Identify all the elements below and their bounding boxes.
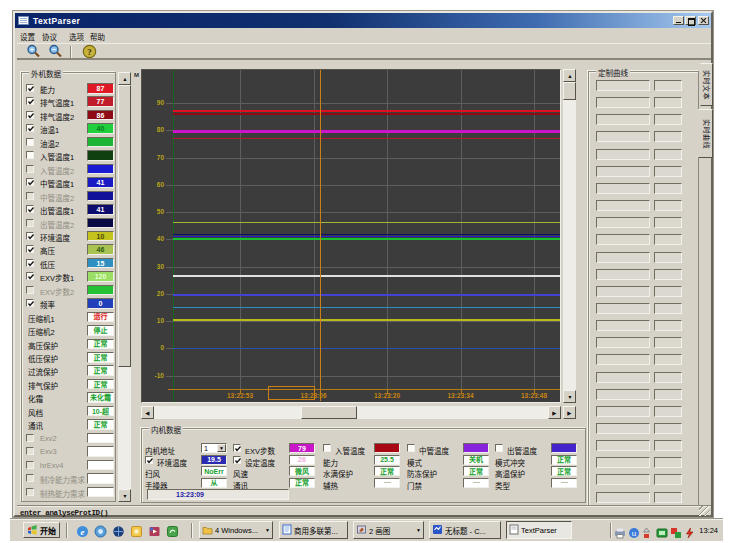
help-button[interactable]: ? [80,45,98,59]
custom-curve-value[interactable] [654,303,682,314]
indoor-checkbox-入管温度[interactable] [323,444,331,452]
scroll-right-button[interactable]: ▶ [548,406,561,419]
scroll-up-button[interactable]: ▲ [563,69,576,82]
zoom-in-button[interactable] [24,45,42,59]
maximize-button[interactable] [685,16,696,25]
start-button[interactable]: 开始 [23,522,60,538]
checkbox-低压[interactable] [26,259,34,267]
checkbox-高压[interactable] [26,245,34,253]
resize-grip[interactable] [699,506,710,516]
custom-curve-value[interactable] [654,457,682,468]
checkbox-入管温度2[interactable] [26,165,34,173]
custom-curve-value[interactable] [654,200,682,211]
custom-curve-slot[interactable] [596,131,650,142]
custom-curve-value[interactable] [654,492,682,503]
chart-horizontal-scrollbar[interactable]: ◀▶ [141,406,561,419]
custom-curve-value[interactable] [654,406,682,417]
scroll-left-button[interactable]: ◀ [141,406,154,419]
checkbox-油温1[interactable] [26,124,34,132]
custom-curve-slot[interactable] [596,492,650,503]
quick-launch-messenger[interactable] [166,524,179,537]
scroll-down-button[interactable]: ▼ [118,489,131,502]
custom-curve-slot[interactable] [596,474,650,485]
minimize-button[interactable] [673,16,684,25]
side-tab-实时文本[interactable]: 实时文本 [700,63,713,106]
tray-icon-printer[interactable] [614,525,626,537]
custom-curve-value[interactable] [654,97,682,108]
checkbox-中管温度1[interactable] [26,178,34,186]
indoor-checkbox-中管温度[interactable] [407,444,415,452]
custom-curve-slot[interactable] [596,269,650,280]
custom-curve-value[interactable] [654,440,682,451]
scroll-thumb[interactable] [301,406,357,419]
scroll-down-button[interactable]: ▼ [563,390,576,403]
custom-curve-slot[interactable] [596,166,650,177]
scroll-thumb[interactable] [563,82,576,100]
custom-curve-slot[interactable] [596,354,650,365]
checkbox-EXV步数2[interactable] [26,286,34,294]
quick-launch-player[interactable] [148,524,161,537]
custom-curve-slot[interactable] [596,114,650,125]
chart-vertical-scrollbar[interactable]: ▲▼ [563,69,576,403]
checkbox-入管温度1[interactable] [26,151,34,159]
custom-curve-value[interactable] [654,217,682,228]
checkbox-中管温度2[interactable] [26,192,34,200]
task-dropdown-icon[interactable]: ▼ [416,527,421,533]
custom-curve-slot[interactable] [596,217,650,228]
checkbox-排气温度1[interactable] [26,97,34,105]
custom-curve-slot[interactable] [596,372,650,383]
outdoor-scrollbar[interactable]: ▲▼ [118,72,131,502]
custom-curve-value[interactable] [654,423,682,434]
custom-curve-slot[interactable] [596,286,650,297]
zoom-out-button[interactable] [46,45,64,59]
custom-curve-value[interactable] [654,286,682,297]
indoor-checkbox-环境温度[interactable] [145,456,153,464]
checkbox-Exv3[interactable] [26,447,34,455]
custom-curve-value[interactable] [654,234,682,245]
custom-curve-slot[interactable] [596,80,650,91]
menu-item-3[interactable]: 选项 [66,30,87,43]
custom-curve-value[interactable] [654,183,682,194]
indoor-checkbox-出管温度[interactable] [495,444,503,452]
checkbox-环境温度[interactable] [26,232,34,240]
menu-item-4[interactable]: 帮助 [87,30,108,43]
custom-curve-slot[interactable] [596,183,650,194]
task-button-无标题 - C...[interactable]: 无标题 - C... [429,521,501,539]
quick-launch-globe[interactable] [112,524,125,537]
indoor-checkbox-设定温度[interactable] [233,456,241,464]
realtime-curve-chart[interactable]: 13:22:5313:23:0613:23:2013:23:3413:23:48… [141,69,561,403]
checkbox-出管温度1[interactable] [26,205,34,213]
task-button-商用多联第...[interactable]: 商用多联第... [279,521,348,539]
checkbox-出管温度2[interactable] [26,219,34,227]
custom-curve-slot[interactable] [596,200,650,211]
menu-item-2[interactable]: 协议 [39,30,60,43]
custom-curve-value[interactable] [654,354,682,365]
checkbox-频率[interactable] [26,299,34,307]
checkbox-Exv2[interactable] [26,434,34,442]
custom-curve-slot[interactable] [596,234,650,245]
quick-launch-ie[interactable]: e [76,524,89,537]
custom-curve-value[interactable] [654,114,682,125]
custom-curve-value[interactable] [654,372,682,383]
custom-curve-slot[interactable] [596,389,650,400]
custom-curve-slot[interactable] [596,423,650,434]
custom-curve-value[interactable] [654,131,682,142]
custom-curve-value[interactable] [654,269,682,280]
indoor-address-select[interactable]: 1▼ [201,443,227,453]
scroll-corner-button[interactable]: ▶ [563,406,576,419]
checkbox-制冷能力需求[interactable] [26,474,34,482]
custom-curve-value[interactable] [654,80,682,91]
custom-curve-value[interactable] [654,474,682,485]
checkbox-EXV步数1[interactable] [26,272,34,280]
indoor-checkbox-EXV步数[interactable] [233,444,241,452]
scroll-thumb[interactable] [118,85,131,367]
tray-icon-msn[interactable]: u [628,525,640,537]
side-tab-实时曲线[interactable]: 实时曲线 [698,109,713,158]
custom-curve-slot[interactable] [596,337,650,348]
dropdown-arrow-icon[interactable]: ▼ [217,444,226,452]
tray-icon-net-mixed[interactable] [670,525,682,537]
task-button-4 Windows...[interactable]: 4 Windows...▼ [199,521,273,539]
task-button-2 画图[interactable]: 2 画图▼ [353,521,424,539]
checkbox-油温2[interactable] [26,138,34,146]
custom-curve-value[interactable] [654,149,682,160]
